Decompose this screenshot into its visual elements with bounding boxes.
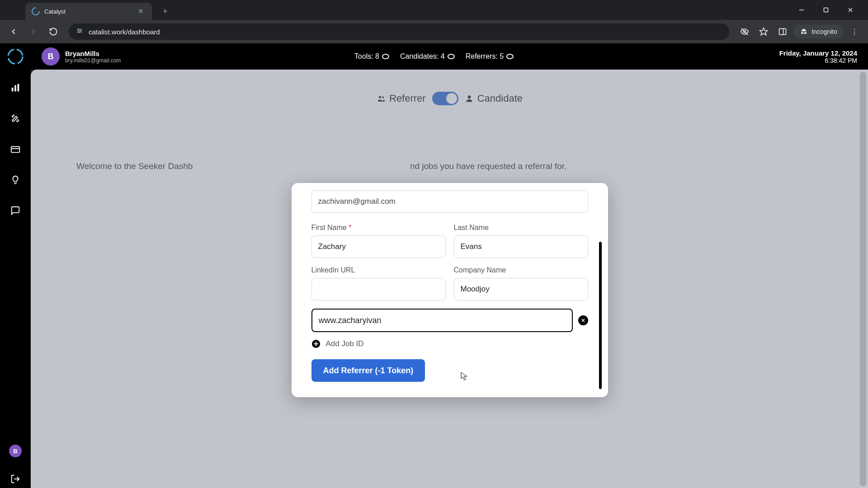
svg-marker-12 [760,28,768,35]
tab-favicon-icon [30,5,41,17]
header-date: Friday, January 12, 2024 [779,49,857,57]
add-referrer-submit-button[interactable]: Add Referrer (-1 Token) [311,359,425,382]
url-text: catalist.work/dashboard [89,28,160,36]
browser-tab[interactable]: Catalyst ✕ [25,3,152,20]
sidebar-item-wallet[interactable] [6,140,24,158]
header-datetime: Friday, January 12, 2024 6:38:42 PM [779,49,857,64]
app-header: B BryanMills bry.mills01@gmail.com Tools… [0,43,868,70]
tab-title: Catalyst [44,8,136,15]
token-icon [506,54,514,59]
sidepanel-icon[interactable] [774,23,791,40]
header-stats: Tools: 8 Candidates: 4 Referrers: 5 [354,52,514,61]
add-job-id-button[interactable]: Add Job ID [311,339,588,348]
stat-tools: Tools: 8 [354,52,389,61]
new-tab-button[interactable]: + [159,5,171,18]
incognito-icon [800,28,808,36]
avatar: B [42,47,60,66]
incognito-badge[interactable]: Incognito [793,25,844,38]
site-settings-icon[interactable] [76,27,83,36]
sidebar-item-tools[interactable] [6,109,24,127]
sidebar-avatar[interactable]: B [9,445,22,457]
user-badge[interactable]: B BryanMills bry.mills01@gmail.com [42,47,121,66]
browser-titlebar: Catalyst ✕ + [0,0,868,20]
required-indicator: * [349,224,351,231]
bookmark-star-icon[interactable] [755,23,772,40]
svg-rect-17 [14,85,16,92]
svg-rect-16 [12,88,14,91]
plus-circle-icon [311,339,321,348]
app-logo[interactable] [0,43,31,70]
svg-point-8 [80,30,81,32]
browser-menu-button[interactable]: ⋮ [846,23,863,40]
user-email: bry.mills01@gmail.com [65,57,121,64]
add-job-label: Add Job ID [326,339,364,348]
linkedin-field[interactable] [311,278,446,300]
last-name-field[interactable] [454,235,588,258]
nav-forward-button[interactable] [25,23,42,40]
app-main: Referrer Candidate Welcome to the Seeker… [31,70,868,488]
stat-referrers: Referrers: 5 [466,52,514,61]
header-time: 6:38:42 PM [779,57,857,64]
first-name-label: First Name * [311,224,446,232]
tab-close-icon[interactable]: ✕ [136,7,146,15]
user-name: BryanMills [65,50,121,57]
svg-rect-1 [824,8,828,12]
stat-candidates: Candidates: 4 [400,52,455,61]
window-close-button[interactable] [840,2,861,18]
svg-point-15 [8,49,23,64]
url-bar[interactable]: catalist.work/dashboard [69,23,729,40]
svg-point-9 [78,32,80,33]
window-controls [791,2,868,18]
svg-point-7 [78,28,79,30]
sidebar-item-ideas[interactable] [6,171,24,189]
company-label: Company Name [454,266,588,274]
app-sidebar: B [0,43,31,488]
eye-off-icon[interactable] [736,23,753,40]
company-field[interactable] [454,278,588,300]
nav-back-button[interactable] [5,23,22,40]
sidebar-item-messages[interactable] [6,202,24,220]
window-minimize-button[interactable] [791,2,812,18]
browser-toolbar: catalist.work/dashboard Incognito ⋮ [0,20,868,43]
token-icon [448,54,455,59]
sidebar-item-logout[interactable] [6,470,24,488]
incognito-label: Incognito [811,28,837,35]
token-icon [382,54,389,59]
add-referrer-modal: First Name * Last Name LinkedIn URL Comp… [292,183,608,397]
svg-rect-19 [11,147,19,153]
window-maximize-button[interactable] [816,2,836,18]
email-field[interactable] [311,190,588,213]
svg-rect-13 [779,28,786,34]
modal-scrollbar[interactable] [599,242,602,389]
svg-rect-18 [18,84,19,92]
linkedin-label: LinkedIn URL [311,266,446,274]
remove-job-button[interactable] [578,315,588,325]
nav-reload-button[interactable] [45,23,61,40]
last-name-label: Last Name [454,224,588,232]
first-name-field[interactable] [311,235,446,258]
job-url-field[interactable] [311,309,573,332]
sidebar-item-dashboard[interactable] [6,79,24,97]
